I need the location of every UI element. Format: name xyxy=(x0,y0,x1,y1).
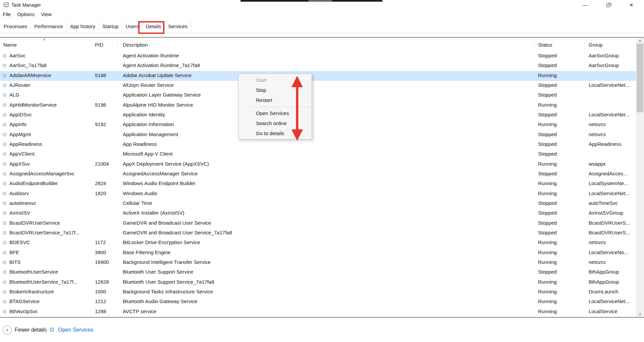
column-header-status[interactable]: Status xyxy=(538,42,552,48)
service-status: Running xyxy=(538,308,557,314)
close-icon: ✕ xyxy=(629,2,633,8)
service-status: Stopped xyxy=(538,151,557,157)
service-row-BrokerInfrastructure[interactable]: ⚙BrokerInfrastructure1000Background Task… xyxy=(0,287,636,297)
service-name: BcastDVRUserService xyxy=(9,220,60,226)
service-row-BFE[interactable]: ⚙BFE3900Base Filtering EngineRunningLoca… xyxy=(0,248,636,258)
service-group: LocalServiceNet... xyxy=(589,82,630,88)
service-row-BthAvctpSvc[interactable]: ⚙BthAvctpSvc1288AVCTP serviceRunningLoca… xyxy=(0,307,636,317)
column-header-pid[interactable]: PID xyxy=(95,42,103,48)
service-description: App Readiness xyxy=(123,141,157,147)
service-gear-icon: ⚙ xyxy=(2,269,7,275)
service-group: LocalServiceNet... xyxy=(589,298,630,304)
scroll-up-icon[interactable]: ∧ xyxy=(636,38,644,44)
tab-details[interactable]: Details xyxy=(143,21,165,33)
service-row-BDESVC[interactable]: ⚙BDESVC1172BitLocker Drive Encryption Se… xyxy=(0,238,636,248)
context-menu-item-stop[interactable]: Stop xyxy=(238,85,312,95)
services-gear-icon: ⚙ xyxy=(49,326,55,334)
service-name: AdobeARMservice xyxy=(9,72,51,78)
service-row-AxInstSV[interactable]: ⚙AxInstSVActiveX Installer (AxInstSV)Sto… xyxy=(0,209,636,218)
open-services-link[interactable]: Open Services xyxy=(58,327,93,333)
service-description: Adobe Acrobat Update Service xyxy=(123,72,192,78)
tab-startup[interactable]: Startup xyxy=(99,21,122,33)
menu-bar: FileOptionsView xyxy=(0,11,58,19)
service-group: LocalServiceNo... xyxy=(589,249,628,255)
title-bar: Task Manager — ✕ xyxy=(0,0,644,10)
service-row-Appinfo[interactable]: ⚙Appinfo9192Application InformationRunni… xyxy=(0,120,636,130)
context-menu-item-open-services[interactable]: Open Services xyxy=(238,108,312,118)
service-gear-icon: ⚙ xyxy=(2,102,7,108)
column-header-name[interactable]: Name xyxy=(3,42,17,48)
service-name: AppVClient xyxy=(9,151,35,157)
task-manager-app-icon xyxy=(3,2,9,8)
service-status: Stopped xyxy=(538,53,557,58)
fewer-details-label[interactable]: Fewer details xyxy=(15,327,47,333)
service-row-BcastDVRUserService[interactable]: ⚙BcastDVRUserServiceGameDVR and Broadcas… xyxy=(0,219,636,228)
column-header-group[interactable]: Group xyxy=(589,42,603,48)
service-row-AudioEndpointBuilder[interactable]: ⚙AudioEndpointBuilder2824Windows Audio E… xyxy=(0,179,636,189)
scroll-down-icon[interactable]: ∨ xyxy=(636,311,644,317)
service-row-Audiosrv[interactable]: ⚙Audiosrv1820Windows AudioRunningLocalSe… xyxy=(0,189,636,199)
tab-processes[interactable]: Processes xyxy=(0,21,31,33)
service-row-BITS[interactable]: ⚙BITS16800Background Intelligent Transfe… xyxy=(0,258,636,268)
service-name: AudioEndpointBuilder xyxy=(9,180,58,186)
service-row-AarSvc[interactable]: ⚙AarSvcAgent Activation RuntimeStoppedAa… xyxy=(0,51,636,61)
service-group: BcastDVRUserS... xyxy=(589,230,630,235)
column-header-row: Name ∧ PID Description Status Group xyxy=(0,38,636,51)
service-status: Stopped xyxy=(538,269,557,275)
tab-app-history[interactable]: App history xyxy=(67,21,99,33)
service-row-AarSvc_7a17fa8[interactable]: ⚙AarSvc_7a17fa8Agent Activation Runtime_… xyxy=(0,61,636,71)
tab-services[interactable]: Services xyxy=(165,21,191,33)
scrollbar-thumb[interactable] xyxy=(637,44,643,112)
service-row-BluetoothUserService[interactable]: ⚙BluetoothUserServiceBluetooth User Supp… xyxy=(0,268,636,277)
tab-performance[interactable]: Performance xyxy=(31,21,67,33)
service-status: Stopped xyxy=(538,82,557,88)
service-row-AppXSvc[interactable]: ⚙AppXSvc21004AppX Deployment Service (Ap… xyxy=(0,160,636,169)
service-description: Bluetooth Audio Gateway Service xyxy=(123,298,198,304)
menu-item-file[interactable]: File xyxy=(3,11,14,19)
service-row-AppIDSvc[interactable]: ⚙AppIDSvcApplication IdentityStoppedLoca… xyxy=(0,110,636,120)
service-row-AppVClient[interactable]: ⚙AppVClientMicrosoft App-V ClientStopped xyxy=(0,150,636,159)
service-group: netsvcs xyxy=(589,239,606,245)
close-button[interactable]: ✕ xyxy=(624,0,639,10)
service-description: GameDVR and Broadcast User Service_7a17f… xyxy=(123,230,232,235)
context-menu-item-restart[interactable]: Restart xyxy=(238,95,312,105)
service-gear-icon: ⚙ xyxy=(2,112,7,118)
service-name: ALG xyxy=(9,92,19,98)
service-row-BTAGService[interactable]: ⚙BTAGService1212Bluetooth Audio Gateway … xyxy=(0,297,636,307)
service-group: AppReadiness xyxy=(589,141,622,147)
menu-item-view[interactable]: View xyxy=(41,11,55,19)
minimize-button[interactable]: — xyxy=(577,0,593,10)
service-name: BITS xyxy=(9,259,20,265)
service-row-BluetoothUserService_7a17f...[interactable]: ⚙BluetoothUserService_7a17f...12628Bluet… xyxy=(0,278,636,287)
context-menu-item-go-to-details[interactable]: Go to details xyxy=(238,128,312,138)
service-row-AppReadiness[interactable]: ⚙AppReadinessApp ReadinessStoppedAppRead… xyxy=(0,140,636,150)
menu-item-options[interactable]: Options xyxy=(17,11,38,19)
service-name: AppXSvc xyxy=(9,161,30,167)
service-row-ALG[interactable]: ⚙ALGApplication Layer Gateway ServiceSto… xyxy=(0,91,636,100)
service-row-AssignedAccessManagerSvc[interactable]: ⚙AssignedAccessManagerSvcAssignedAccessM… xyxy=(0,169,636,179)
service-gear-icon: ⚙ xyxy=(2,279,7,285)
restore-button[interactable] xyxy=(600,0,616,10)
service-row-AJRouter[interactable]: ⚙AJRouterAllJoyn Router ServiceStoppedLo… xyxy=(0,81,636,91)
service-row-AppMgmt[interactable]: ⚙AppMgmtApplication ManagementStoppednet… xyxy=(0,130,636,140)
service-name: BrokerInfrastructure xyxy=(9,289,54,294)
column-header-description[interactable]: Description xyxy=(123,42,148,48)
service-pid: 1820 xyxy=(95,190,106,196)
service-name: AssignedAccessManagerSvc xyxy=(9,171,74,176)
vertical-scrollbar[interactable]: ∧ ∨ xyxy=(636,38,644,317)
collapse-details-button[interactable]: ∧ xyxy=(3,326,12,335)
service-row-ApHidMonitorService[interactable]: ⚙ApHidMonitorService5196AlpsAlpine HID M… xyxy=(0,101,636,110)
restore-icon xyxy=(606,4,610,7)
service-pid: 1288 xyxy=(95,308,106,314)
service-name: ApHidMonitorService xyxy=(9,102,57,108)
service-status: Stopped xyxy=(538,92,557,98)
tab-users[interactable]: Users xyxy=(122,21,142,33)
service-gear-icon: ⚙ xyxy=(2,151,7,157)
service-row-AdobeARMservice[interactable]: ⚙AdobeARMservice5188Adobe Acrobat Update… xyxy=(0,71,636,81)
service-status: Stopped xyxy=(538,131,557,137)
service-row-BcastDVRUserService_7a17f...[interactable]: ⚙BcastDVRUserService_7a17f...GameDVR and… xyxy=(0,228,636,238)
service-name: AxInstSV xyxy=(9,210,30,216)
service-status: Stopped xyxy=(538,141,557,147)
context-menu-item-search-online[interactable]: Search online xyxy=(238,118,312,128)
service-row-autotimesvc[interactable]: ⚙autotimesvcCellular TimeStoppedautoTime… xyxy=(0,199,636,209)
